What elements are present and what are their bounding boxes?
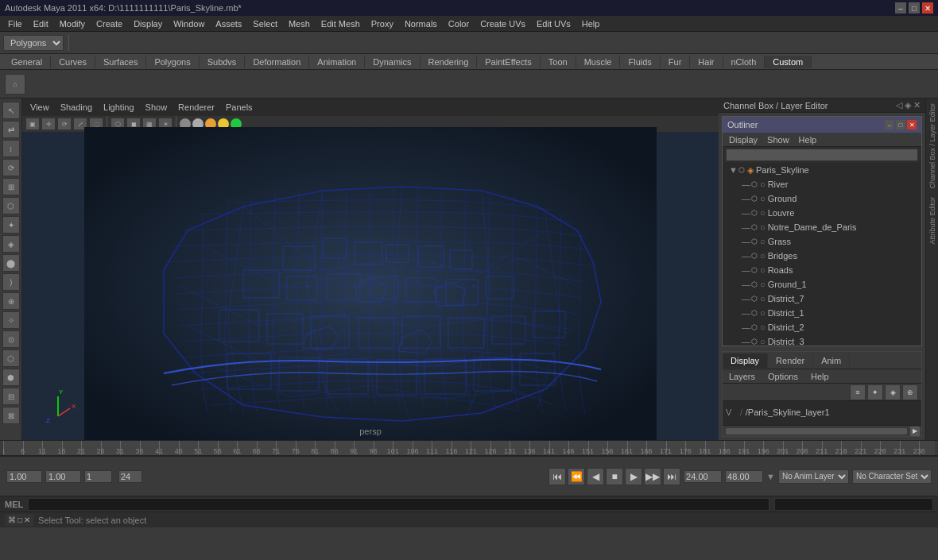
timeline[interactable]: 1611162126313641465156616671768186919610… <box>0 440 938 456</box>
window-controls[interactable]: – □ ✕ <box>895 2 933 14</box>
shelf-icon-home[interactable]: ⌂ <box>5 74 25 95</box>
status-toolbar-icons[interactable]: ⌘ □ ✕ <box>5 514 33 526</box>
menu-item-mesh[interactable]: Mesh <box>284 17 315 30</box>
tool-btn-0[interactable]: ↖ <box>2 102 20 119</box>
renderer-menu[interactable]: Renderer <box>175 101 218 114</box>
tool-btn-11[interactable]: ✧ <box>2 311 20 329</box>
tool-btn-12[interactable]: ⊙ <box>2 330 20 348</box>
menu-item-file[interactable]: File <box>3 17 27 30</box>
menu-item-edit uvs[interactable]: Edit UVs <box>532 17 576 30</box>
menu-item-create[interactable]: Create <box>91 17 127 30</box>
show-menu[interactable]: Show <box>142 101 171 114</box>
shelf-tab-general[interactable]: General <box>3 56 51 68</box>
menu-item-color[interactable]: Color <box>444 17 474 30</box>
outliner-search[interactable] <box>726 149 918 161</box>
menu-item-help[interactable]: Help <box>577 17 605 30</box>
viewport-canvas[interactable]: Y X Z persp <box>22 132 719 440</box>
menu-item-create uvs[interactable]: Create UVs <box>475 17 530 30</box>
shelf-tab-animation[interactable]: Animation <box>309 56 365 68</box>
tool-btn-7[interactable]: ◈ <box>2 235 20 253</box>
play-fwd-btn[interactable]: ▶ <box>625 468 642 485</box>
channel-box-icon2[interactable]: ◈ <box>905 100 911 110</box>
tree-item-ground[interactable]: —⬡○Ground <box>723 191 921 206</box>
outliner-close[interactable]: ✕ <box>907 120 917 129</box>
outliner-display-menu[interactable]: Display <box>726 133 761 146</box>
channel-box-icon3[interactable]: ✕ <box>913 100 921 110</box>
mode-dropdown[interactable]: Polygons <box>3 35 64 51</box>
shelf-tab-ncloth[interactable]: nCloth <box>723 56 766 68</box>
viewport[interactable]: View Shading Lighting Show Renderer Pane… <box>22 98 719 440</box>
char-set-dropdown[interactable]: No Character Set <box>852 469 932 484</box>
tool-btn-6[interactable]: ✦ <box>2 216 20 234</box>
menu-item-proxy[interactable]: Proxy <box>366 17 398 30</box>
panels-menu[interactable]: Panels <box>223 101 256 114</box>
start-time-field[interactable] <box>6 470 42 483</box>
tree-item-bridges[interactable]: —⬡○Bridges <box>723 249 921 263</box>
layer-tab-display[interactable]: Display <box>723 353 768 368</box>
layer-scrollbar[interactable] <box>726 428 907 434</box>
tool-btn-2[interactable]: ↕ <box>2 140 20 157</box>
lighting-menu[interactable]: Lighting <box>100 101 138 114</box>
layers-menu[interactable]: Layers <box>726 370 758 383</box>
view-menu[interactable]: View <box>27 101 52 114</box>
end-frame-field[interactable] <box>118 470 142 483</box>
stop-btn[interactable]: ■ <box>606 468 623 485</box>
tool-btn-10[interactable]: ⊕ <box>2 292 20 310</box>
menu-item-edit mesh[interactable]: Edit Mesh <box>316 17 365 30</box>
menu-item-display[interactable]: Display <box>129 17 167 30</box>
tool-btn-16[interactable]: ⊠ <box>2 407 20 424</box>
shelf-tab-fur[interactable]: Fur <box>661 56 691 68</box>
menu-item-modify[interactable]: Modify <box>55 17 90 30</box>
layer-help-menu[interactable]: Help <box>808 370 832 383</box>
maximize-button[interactable]: □ <box>909 2 920 14</box>
shelf-tab-dynamics[interactable]: Dynamics <box>365 56 420 68</box>
tree-item-district_2[interactable]: —⬡○District_2 <box>723 320 921 334</box>
tree-item-notre_dame_de_paris[interactable]: —⬡○Notre_Dame_de_Paris <box>723 220 921 234</box>
current-frame-field[interactable] <box>84 470 112 483</box>
next-frame-btn[interactable]: ▶▶ <box>644 468 661 485</box>
menu-item-edit[interactable]: Edit <box>29 17 53 30</box>
layer-btn2[interactable]: ✦ <box>867 384 883 400</box>
layer-tab-render[interactable]: Render <box>768 353 813 368</box>
shelf-tab-fluids[interactable]: Fluids <box>620 56 660 68</box>
outliner-help-menu[interactable]: Help <box>796 133 820 146</box>
tool-btn-5[interactable]: ⬡ <box>2 197 20 214</box>
shading-menu[interactable]: Shading <box>57 101 95 114</box>
tool-btn-14[interactable]: ⬢ <box>2 369 20 386</box>
tree-item-district_1[interactable]: —⬡○District_1 <box>723 306 921 320</box>
shelf-tab-hair[interactable]: Hair <box>690 56 723 68</box>
tree-item-district_7[interactable]: —⬡○District_7 <box>723 292 921 306</box>
tree-item-roads[interactable]: —⬡○Roads <box>723 263 921 277</box>
tree-item-district_3[interactable]: —⬡○District_3 <box>723 334 921 346</box>
layer-btn3[interactable]: ◈ <box>885 384 901 400</box>
channel-box-strip-label[interactable]: Channel Box / Layer Editor <box>928 100 936 192</box>
shelf-tab-muscle[interactable]: Muscle <box>576 56 621 68</box>
mel-input[interactable] <box>28 498 769 511</box>
menu-item-window[interactable]: Window <box>169 17 209 30</box>
tree-item-louvre[interactable]: —⬡○Louvre <box>723 206 921 220</box>
outliner-show-menu[interactable]: Show <box>764 133 793 146</box>
tree-item-ground_1[interactable]: —⬡○Ground_1 <box>723 277 921 292</box>
shelf-tab-surfaces[interactable]: Surfaces <box>95 56 146 68</box>
attribute-editor-strip-label[interactable]: Attribute Editor <box>928 194 936 248</box>
current-time-field[interactable] <box>45 470 81 483</box>
shelf-tab-deformation[interactable]: Deformation <box>245 56 309 68</box>
shelf-tab-rendering[interactable]: Rendering <box>421 56 478 68</box>
tree-item-river[interactable]: —⬡○River <box>723 177 921 191</box>
shelf-tab-subdvs[interactable]: Subdvs <box>200 56 246 68</box>
rotate-tool-btn[interactable]: ⟳ <box>57 118 72 130</box>
tool-btn-4[interactable]: ⊞ <box>2 178 20 195</box>
tree-item-grass[interactable]: —⬡○Grass <box>723 234 921 249</box>
select-tool-btn[interactable]: ▣ <box>25 118 40 130</box>
outliner-win-controls[interactable]: – □ ✕ <box>885 120 917 129</box>
outliner-max[interactable]: □ <box>896 120 905 129</box>
shelf-tab-toon[interactable]: Toon <box>541 56 576 68</box>
shelf-tab-custom[interactable]: Custom <box>765 56 812 68</box>
outliner-search-input[interactable] <box>730 151 914 160</box>
close-button[interactable]: ✕ <box>922 2 933 14</box>
minimize-button[interactable]: – <box>895 2 906 14</box>
tree-item-paris_skyline[interactable]: ▼⬡◈Paris_Skyline <box>723 163 921 177</box>
layer-scroll-right[interactable]: ▶ <box>910 427 920 436</box>
anim-layer-dropdown[interactable]: No Anim Layer <box>778 469 849 484</box>
channel-box-icon1[interactable]: ◁ <box>896 100 902 110</box>
